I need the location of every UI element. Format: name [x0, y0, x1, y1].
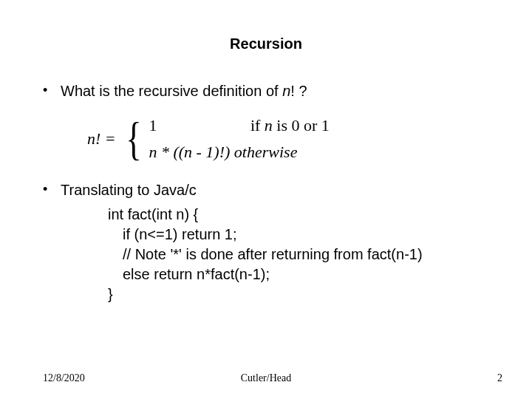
- case1-n: n: [265, 116, 273, 134]
- bullet1-prefix: What is the recursive definition of: [61, 83, 282, 99]
- bullet-item: • What is the recursive definition of n!…: [43, 81, 502, 101]
- slide: Recursion • What is the recursive defini…: [0, 0, 532, 399]
- bullet-dot-icon: •: [43, 180, 61, 200]
- formula-case-2: n * ((n - 1)!) otherwise: [149, 141, 329, 163]
- formula-lhs: n! =: [87, 128, 120, 150]
- brace-icon: {: [124, 117, 144, 161]
- code-block: int fact(int n) { if (n<=1) return 1; //…: [43, 205, 502, 304]
- case1-if: if: [250, 116, 265, 134]
- code-line: // Note '*' is done after returning from…: [43, 245, 502, 265]
- case1-value: 1: [149, 116, 157, 134]
- case1-rest: is 0 or 1: [273, 116, 330, 134]
- slide-title: Recursion: [0, 35, 532, 52]
- formula-row: n! = { 1 if n is 0 or 1 n * ((n - 1)!) o…: [87, 115, 502, 163]
- code-line: int fact(int n) {: [43, 205, 502, 225]
- bullet-item: • Translating to Java/c: [43, 180, 502, 200]
- code-line: else return n*fact(n-1);: [43, 265, 502, 284]
- bullet-text: Translating to Java/c: [61, 180, 502, 200]
- footer-center: Cutler/Head: [0, 372, 532, 384]
- bullet1-n: n: [282, 83, 290, 99]
- bullet1-suffix: ! ?: [290, 83, 307, 99]
- case2-expr: n * ((n - 1)!): [149, 143, 230, 161]
- footer-page-number: 2: [497, 372, 502, 384]
- formula-block: n! = { 1 if n is 0 or 1 n * ((n - 1)!) o…: [87, 115, 502, 163]
- bullet-dot-icon: •: [43, 81, 61, 101]
- formula-cases: 1 if n is 0 or 1 n * ((n - 1)!) otherwis…: [149, 115, 329, 163]
- case2-cond: otherwise: [230, 143, 297, 161]
- bullet-text: What is the recursive definition of n! ?: [61, 81, 502, 101]
- code-line: }: [43, 284, 502, 304]
- code-line: if (n<=1) return 1;: [43, 225, 502, 245]
- formula-case-1: 1 if n is 0 or 1: [149, 115, 329, 137]
- slide-content: • What is the recursive definition of n!…: [43, 81, 502, 304]
